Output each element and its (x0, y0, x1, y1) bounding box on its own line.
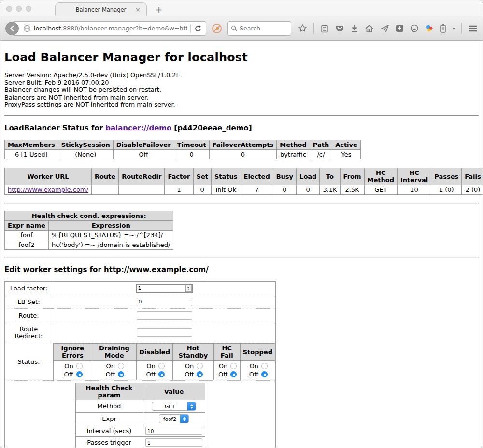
col-draining-mode: Draining Mode (92, 344, 137, 361)
off-label: Off (183, 370, 194, 378)
cell-hc-method: GET (364, 185, 397, 195)
hc-expr-row: Expr foof2 (75, 413, 205, 425)
hc-expr-label: Expr (75, 413, 143, 425)
url-text[interactable]: localhost:8880/balancer-manager?b=demo&w… (34, 25, 187, 32)
col-disabled: Disabled (137, 344, 173, 361)
tab-balancer-manager[interactable]: Balancer Manager × (55, 2, 147, 16)
lb-set-input[interactable] (137, 298, 192, 306)
back-button[interactable] (5, 22, 19, 35)
page-title: Load Balancer Manager for localhost (4, 41, 479, 64)
url-bar[interactable]: localhost:8880/balancer-manager?b=demo&w… (12, 21, 206, 36)
search-input[interactable] (240, 25, 288, 32)
tab-close-icon[interactable]: × (135, 6, 141, 13)
route-input[interactable] (137, 311, 192, 320)
home-icon[interactable] (365, 24, 374, 33)
hc-interval-input[interactable] (145, 427, 202, 435)
identity-dots-icon[interactable] (425, 24, 434, 33)
zoom-window-button[interactable] (26, 6, 31, 12)
hc-method-select[interactable]: GET (152, 402, 196, 411)
col-passes: Passes (431, 168, 462, 185)
route-redirect-label: Route Redirect: (5, 322, 53, 343)
hc-interval-label: Interval (secs) (75, 425, 143, 437)
on-label: On (217, 362, 227, 370)
blocked-content-icon[interactable] (212, 24, 222, 33)
col-maxmembers: MaxMembers (5, 140, 58, 150)
radio-disabled-off[interactable] (158, 371, 165, 377)
off-label: Off (104, 370, 115, 378)
divider (4, 115, 479, 116)
window-controls (6, 6, 31, 12)
expr-row: foof2 hc('body') =~ /domain is establish… (5, 240, 173, 250)
cell-expression: %{REQUEST_STATUS} =~ /^[234]/ (48, 231, 173, 240)
radio-draining-mode-off[interactable] (118, 371, 124, 377)
lb-set-row: LB Set: (5, 295, 276, 309)
status-options-table: Ignore Errors Draining Mode Disabled Hot… (53, 343, 275, 380)
table-header-row: Worker URL Route RouteRedir Factor Set S… (5, 168, 483, 185)
load-factor-row: Load factor: (5, 282, 276, 295)
hc-method-value: GET (152, 404, 187, 409)
radio-ignore-errors-on[interactable] (76, 363, 83, 369)
reading-list-icon[interactable] (320, 24, 329, 33)
balancer-demo-link[interactable]: balancer://demo (105, 124, 171, 132)
hc-passes-input[interactable] (145, 438, 202, 447)
navigation-toolbar: localhost:8880/balancer-manager?b=demo&w… (0, 16, 483, 41)
radio-stopped-off[interactable] (261, 371, 268, 377)
panel-icon[interactable] (396, 24, 404, 32)
col-load: Load (297, 168, 320, 185)
server-built-line: Server Built: Feb 9 2016 07:00:20 (4, 79, 479, 86)
menu-icon[interactable] (468, 25, 478, 32)
col-hc-interval: HC Interval (397, 168, 431, 185)
on-label: On (104, 362, 115, 370)
cell-expr-name: foof2 (5, 240, 49, 250)
balancer-status-table: MaxMembers StickySession DisableFailover… (4, 140, 361, 159)
radio-hot-standby-on[interactable] (197, 363, 203, 369)
cell-path: /c/ (310, 150, 332, 159)
health-check-params-row: Health Check param Value Method GET (5, 381, 276, 448)
hc-method-row: Method GET (75, 400, 205, 413)
search-bar[interactable] (227, 21, 291, 36)
radio-disabled-on[interactable] (158, 363, 165, 369)
route-redirect-input[interactable] (137, 328, 192, 337)
col-active: Active (332, 140, 361, 150)
hc-expr-select[interactable]: foof2 (159, 414, 189, 423)
send-icon[interactable] (380, 24, 389, 33)
load-factor-input[interactable] (137, 285, 185, 291)
col-routeredir: RouteRedir (119, 168, 165, 185)
reload-icon[interactable] (194, 25, 202, 32)
divider (4, 203, 479, 204)
bookmark-star-icon[interactable] (298, 24, 307, 33)
radio-hc-fail-on[interactable] (230, 363, 237, 369)
radio-stopped-on[interactable] (261, 363, 268, 369)
radio-draining-mode-on[interactable] (118, 363, 124, 369)
server-version-line: Server Version: Apache/2.5.0-dev (Unix) … (4, 72, 479, 79)
number-spinner[interactable] (185, 285, 192, 292)
cell-busy: 0 (273, 185, 296, 195)
edit-worker-heading: Edit worker settings for http://www.exam… (4, 265, 479, 274)
cell-route (91, 185, 118, 195)
col-fails: Fails (462, 168, 483, 185)
col-path: Path (310, 140, 332, 150)
lb-set-label: LB Set: (5, 295, 53, 309)
battery-icon[interactable] (440, 24, 446, 33)
radio-hc-fail-off[interactable] (230, 371, 237, 377)
col-disablefailover: DisableFailover (113, 140, 174, 150)
route-label: Route: (5, 309, 53, 322)
pocket-icon[interactable] (335, 24, 344, 33)
new-tab-button[interactable]: + (156, 5, 162, 14)
balancers-notice-line: Balancers are NOT inherited from main se… (4, 94, 479, 101)
dropdown-caret-icon[interactable]: ▾ (453, 26, 455, 31)
radio-hot-standby-off[interactable] (197, 371, 203, 377)
worker-url-link[interactable]: http://www.example.com/ (8, 186, 88, 193)
feedback-icon[interactable] (410, 24, 419, 33)
radio-ignore-errors-off[interactable] (76, 371, 83, 377)
hc-passes-label: Passes trigger (75, 437, 143, 448)
status-label: Status: (5, 343, 53, 381)
download-icon[interactable] (351, 24, 358, 33)
cell-factor: 1 (165, 185, 193, 195)
health-check-param-table: Health Check param Value Method GET (75, 383, 205, 448)
tab-bar: Balancer Manager × + (0, 0, 483, 16)
close-window-button[interactable] (6, 6, 12, 12)
minimize-window-button[interactable] (16, 6, 22, 12)
cell-expr-name: foof (5, 231, 49, 240)
hc-fail-options: On Off (213, 361, 240, 380)
